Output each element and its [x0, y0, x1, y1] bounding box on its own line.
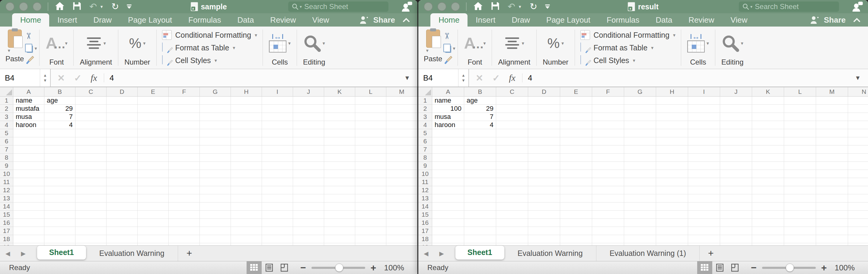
cell-H10[interactable] — [231, 170, 262, 178]
minimize-window-icon[interactable] — [437, 2, 446, 11]
cell-H15[interactable] — [231, 211, 262, 219]
cell-C7[interactable] — [496, 146, 528, 154]
cell-K16[interactable] — [324, 219, 355, 227]
page-layout-view-button[interactable] — [712, 261, 727, 274]
row-header-7[interactable]: 7 — [0, 146, 13, 154]
cell-J5[interactable] — [720, 129, 752, 137]
cell-K19[interactable] — [324, 243, 355, 245]
cell-L5[interactable] — [355, 129, 386, 137]
cell-L12[interactable] — [784, 186, 816, 194]
cell-N5[interactable] — [848, 129, 868, 137]
cell-G3[interactable] — [624, 113, 656, 121]
cell-E1[interactable] — [560, 97, 592, 105]
cell-N18[interactable] — [848, 235, 868, 243]
cell-G6[interactable] — [200, 137, 231, 146]
cell-J15[interactable] — [293, 211, 324, 219]
cell-I12[interactable] — [262, 186, 293, 194]
cell-M19[interactable] — [386, 243, 417, 245]
cell-B18[interactable] — [464, 235, 496, 243]
column-header-J[interactable]: J — [720, 87, 752, 97]
cell-C17[interactable] — [496, 227, 528, 235]
cell-H16[interactable] — [231, 219, 262, 227]
cell-J16[interactable] — [293, 219, 324, 227]
row-header-6[interactable]: 6 — [418, 137, 432, 146]
cell-A18[interactable] — [13, 235, 44, 243]
minimize-window-icon[interactable] — [19, 2, 28, 11]
cell-G11[interactable] — [200, 178, 231, 186]
cell-A8[interactable] — [13, 154, 44, 162]
cell-K8[interactable] — [324, 154, 355, 162]
cell-L1[interactable] — [784, 97, 816, 105]
cell-K2[interactable] — [324, 105, 355, 113]
cell-C14[interactable] — [75, 203, 106, 211]
column-header-A[interactable]: A — [13, 87, 44, 97]
cell-M16[interactable] — [816, 219, 848, 227]
search-field[interactable]: ▾ Search Sheet — [739, 1, 839, 12]
cell-G12[interactable] — [624, 186, 656, 194]
cell-E5[interactable] — [560, 129, 592, 137]
sheet-tab-sheet1[interactable]: Sheet1 — [37, 246, 86, 260]
cell-I14[interactable] — [262, 203, 293, 211]
cell-H11[interactable] — [656, 178, 688, 186]
contact-icon[interactable] — [401, 1, 412, 13]
cell-A16[interactable] — [432, 219, 464, 227]
row-header-9[interactable]: 9 — [418, 162, 432, 170]
cell-N19[interactable] — [848, 243, 868, 245]
cell-I5[interactable] — [262, 129, 293, 137]
cell-L19[interactable] — [355, 243, 386, 245]
cell-C2[interactable] — [496, 105, 528, 113]
cell-A1[interactable]: name — [432, 97, 464, 105]
cell-K15[interactable] — [324, 211, 355, 219]
cell-G7[interactable] — [200, 146, 231, 154]
cell-H12[interactable] — [231, 186, 262, 194]
cell-F4[interactable] — [169, 121, 200, 129]
cell-B19[interactable] — [464, 243, 496, 245]
enter-icon[interactable]: ✓ — [492, 73, 500, 83]
cell-L10[interactable] — [784, 170, 816, 178]
cell-D6[interactable] — [528, 137, 560, 146]
cell-I7[interactable] — [688, 146, 720, 154]
cell-D5[interactable] — [106, 129, 137, 137]
customize-toolbar-icon[interactable] — [545, 4, 550, 9]
column-header-C[interactable]: C — [75, 87, 106, 97]
cell-F14[interactable] — [592, 203, 624, 211]
cell-G17[interactable] — [200, 227, 231, 235]
cell-J14[interactable] — [720, 203, 752, 211]
column-header-L[interactable]: L — [784, 87, 816, 97]
column-header-M[interactable]: M — [816, 87, 848, 97]
cell-D11[interactable] — [528, 178, 560, 186]
cell-F13[interactable] — [592, 194, 624, 203]
cell-A7[interactable] — [13, 146, 44, 154]
cell-F6[interactable] — [592, 137, 624, 146]
cell-L18[interactable] — [355, 235, 386, 243]
column-header-H[interactable]: H — [656, 87, 688, 97]
cell-D15[interactable] — [106, 211, 137, 219]
cell-H14[interactable] — [656, 203, 688, 211]
cell-B10[interactable] — [44, 170, 75, 178]
cell-J11[interactable] — [720, 178, 752, 186]
cell-J2[interactable] — [720, 105, 752, 113]
cell-H9[interactable] — [231, 162, 262, 170]
cell-A12[interactable] — [432, 186, 464, 194]
cell-D11[interactable] — [106, 178, 137, 186]
cell-E6[interactable] — [560, 137, 592, 146]
cell-N14[interactable] — [848, 203, 868, 211]
cell-I9[interactable] — [262, 162, 293, 170]
row-header-1[interactable]: 1 — [418, 97, 432, 105]
cell-J13[interactable] — [293, 194, 324, 203]
close-window-icon[interactable] — [424, 2, 433, 11]
cell-G18[interactable] — [200, 235, 231, 243]
cell-B4[interactable]: 4 — [464, 121, 496, 129]
cell-A10[interactable] — [13, 170, 44, 178]
titlebar[interactable]: ↶▼ ↻ x result ▾ Search Sheet — [418, 0, 868, 13]
page-break-view-button[interactable] — [277, 261, 292, 274]
cell-L9[interactable] — [355, 162, 386, 170]
cell-M3[interactable] — [386, 113, 417, 121]
cell-L8[interactable] — [355, 154, 386, 162]
cell-C13[interactable] — [496, 194, 528, 203]
cell-A7[interactable] — [432, 146, 464, 154]
select-all-corner[interactable] — [0, 87, 13, 97]
column-header-K[interactable]: K — [324, 87, 355, 97]
cell-J12[interactable] — [720, 186, 752, 194]
cell-L9[interactable] — [784, 162, 816, 170]
